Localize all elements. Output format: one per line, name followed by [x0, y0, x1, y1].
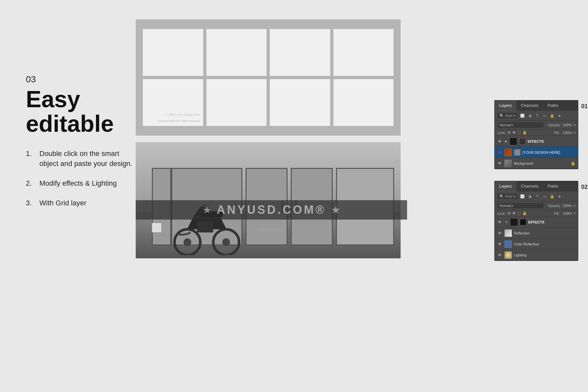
chevron-opacity: ▾: [574, 123, 575, 127]
svg-point-2: [184, 238, 191, 246]
chevron-down-icon: ▾: [514, 114, 516, 118]
layer-filter-type-2[interactable]: T: [534, 193, 540, 199]
layer-filter-smart-2[interactable]: 🔒: [549, 193, 555, 199]
fill-value-1: 100%: [563, 131, 572, 135]
tab-channels-2[interactable]: Channels: [516, 181, 543, 191]
blend-mode-label-1: Normal: [499, 123, 511, 127]
layer-thumb-design: [504, 149, 512, 156]
ps-search-box-1[interactable]: 🔍 Kind ▾: [497, 112, 518, 119]
window-frame-right: [394, 19, 401, 136]
layer-thumb-reflection: [504, 229, 512, 237]
ps-toolbar-2: 🔍 Kind ▾ ⬜ ◑ T ▭ 🔒 ●: [495, 191, 578, 201]
list-item: 1. Double click on the smart object and …: [26, 149, 136, 169]
ps-layer-lighting[interactable]: 👁 Lighting: [495, 250, 578, 261]
lock-label-1: Lock:: [497, 131, 506, 135]
layer-filter-smart[interactable]: 🔒: [549, 113, 555, 119]
design-placeholder-label: ☉ Place Your Design Here: [165, 113, 200, 116]
expand-effects-icon[interactable]: ▶: [505, 139, 508, 143]
ps-search-box-2[interactable]: 🔍 Kind ▾: [497, 193, 518, 200]
tab-layers-2[interactable]: Layers: [495, 181, 516, 191]
layer-visibility-lighting[interactable]: 👁: [497, 253, 502, 258]
ps-panel-1: 01 Layers Channels Paths 🔍 Kind ▾ ⬜ ◑ T …: [494, 100, 578, 169]
lock-transform-icon: ✥: [512, 130, 515, 135]
window-pane: [333, 79, 394, 126]
layer-mask-effects: [519, 138, 526, 145]
step-num-3: 3.: [26, 198, 35, 208]
ps-lock-row-1: Lock: ⊕ ✥ ⬚ 🔒 Fill: 100% ▾: [495, 129, 578, 136]
lock-content-icon-2: ⬚: [517, 211, 520, 215]
layer-visibility-effects-2[interactable]: 👁: [497, 220, 502, 225]
ps-layer-effects-2[interactable]: 👁 ▼ EFFECTS: [495, 217, 578, 228]
layer-name-effects-2: EFFECTS: [528, 220, 575, 224]
tab-paths-2[interactable]: Paths: [543, 181, 563, 191]
expand-effects-icon-2[interactable]: ▼: [505, 220, 508, 224]
svg-point-3: [222, 238, 230, 246]
lock-artboard-icon: 🔒: [522, 130, 527, 135]
chevron-fill-2: ▾: [574, 211, 575, 215]
layer-filter-shape[interactable]: ▭: [542, 113, 548, 119]
kind-dropdown: Kind: [505, 114, 512, 118]
left-panel: 03 Easy editable 1. Double click on the …: [26, 74, 136, 218]
list-item: 2. Modify effects & Lighting: [26, 179, 136, 189]
layer-filter-shape-2[interactable]: ▭: [542, 193, 548, 199]
layer-thumb-color-reflection: [504, 240, 512, 248]
fill-label-2: Fill:: [554, 211, 560, 215]
step-num-2: 2.: [26, 179, 35, 189]
window-frame-top: [136, 19, 401, 29]
layer-visibility-color-reflection[interactable]: 👁: [497, 242, 502, 247]
chevron-opacity-2: ▾: [574, 204, 575, 208]
list-item: 3. With Grid layer: [26, 198, 136, 208]
ps-blend-row-1: Normal ▾ Opacity: 100% ▾: [495, 121, 578, 129]
layer-filter-dot-2[interactable]: ●: [557, 193, 562, 199]
layer-filter-pixel-2[interactable]: ⬜: [520, 193, 525, 199]
step-text-2: Modify effects & Lighting: [39, 179, 117, 189]
kind-dropdown-2: Kind: [505, 194, 512, 198]
chevron-down-icon: ▾: [511, 123, 513, 127]
layer-name-bg: Background: [514, 161, 569, 165]
layer-filter-type[interactable]: T: [534, 113, 540, 119]
opacity-value-1: 100%: [563, 123, 572, 127]
watermark-text: ANYUSD.COM®: [217, 203, 326, 217]
layer-visibility-reflection[interactable]: 👁: [497, 231, 502, 236]
layer-mask-effects-2: [520, 219, 526, 225]
layer-name-lighting: Lighting: [514, 253, 575, 257]
ps-tab-bar-2: Layers Channels Paths: [495, 181, 578, 191]
lock-icon-bg: 🔒: [571, 161, 575, 166]
watermark-banner: ★ ANYUSD.COM® ★: [136, 200, 407, 220]
layer-visibility-design[interactable]: 👁: [497, 150, 502, 155]
ps-layer-reflection[interactable]: 👁 Reflection: [495, 228, 578, 239]
ps-layer-bg[interactable]: 👁 Background 🔒: [495, 158, 578, 169]
layer-visibility-effects[interactable]: 👁: [497, 139, 502, 144]
ps-layer-design[interactable]: 👁 [YOUR DESIGN HERE]: [495, 147, 578, 158]
window-pane: [143, 29, 203, 76]
fill-value-2: 100%: [563, 211, 572, 215]
panel-number-1: 01: [581, 103, 588, 110]
ps-layer-effects-1[interactable]: 👁 ▶ EFFECTS: [495, 136, 578, 147]
opacity-value-2: 100%: [563, 204, 572, 208]
blend-mode-dropdown-1[interactable]: Normal ▾: [497, 122, 544, 128]
tab-channels-1[interactable]: Channels: [516, 100, 543, 111]
layer-name-color-reflection: Color Reflection: [514, 242, 575, 246]
ps-panel-2: 02 Layers Channels Paths 🔍 Kind ▾ ⬜ ◑ T …: [494, 181, 578, 261]
ps-layer-color-reflection[interactable]: 👁 Color Reflection: [495, 239, 578, 250]
lock-artboard-icon-2: 🔒: [522, 211, 527, 215]
blend-mode-dropdown-2[interactable]: Normal ▾: [497, 202, 544, 209]
layer-thumb-effects: [509, 138, 517, 145]
layer-visibility-bg[interactable]: 👁: [497, 161, 502, 166]
window-frame-left: [136, 19, 143, 136]
mockup-top: CreativeMarket.com/ Maket Mockups ☉ Plac…: [136, 19, 401, 136]
step-num-1: 1.: [26, 149, 35, 169]
svg-rect-7: [197, 221, 213, 232]
opacity-label-1: Opacity:: [548, 123, 561, 127]
layer-filter-adj-2[interactable]: ◑: [527, 193, 533, 199]
ps-lock-row-2: Lock: ⊕ ✥ ⬚ 🔒 Fill: 100% ▾: [495, 210, 578, 217]
tab-paths-1[interactable]: Paths: [543, 100, 563, 111]
layer-filter-dot[interactable]: ●: [557, 113, 562, 119]
mockup-area: CreativeMarket.com/ Maket Mockups ☉ Plac…: [136, 19, 407, 252]
layer-filter-adj[interactable]: ◑: [527, 113, 533, 119]
search-icon-2: 🔍: [499, 194, 504, 199]
star-icon-right: ★: [331, 204, 341, 216]
layer-filter-pixel[interactable]: ⬜: [520, 113, 525, 119]
window-pane: [206, 29, 267, 76]
tab-layers-1[interactable]: Layers: [495, 100, 516, 111]
